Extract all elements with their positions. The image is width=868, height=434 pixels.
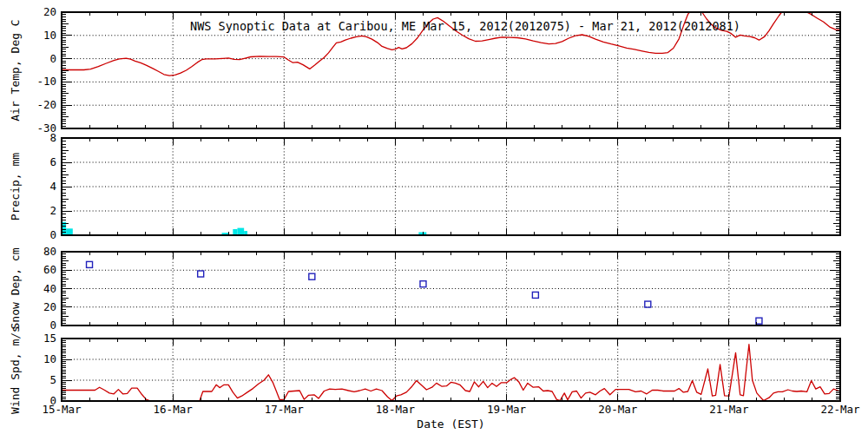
x-tick-label: 16-Mar bbox=[154, 403, 194, 416]
y-tick-label: 0 bbox=[49, 319, 56, 332]
x-axis-label: Date (EST) bbox=[417, 418, 484, 431]
precip-bar bbox=[66, 228, 73, 235]
y-tick-label: 8 bbox=[49, 131, 56, 144]
y-tick-label: 20 bbox=[43, 300, 56, 313]
y-tick-label: 10 bbox=[43, 29, 56, 42]
precip-bar bbox=[233, 229, 237, 235]
x-tick-label: 21-Mar bbox=[709, 403, 749, 416]
precip-bar bbox=[62, 222, 66, 235]
x-tick-label: 22-Mar bbox=[820, 403, 860, 416]
y-tick-label: 60 bbox=[43, 263, 56, 276]
y-tick-label: 4 bbox=[49, 180, 56, 193]
x-tick-label: 20-Mar bbox=[598, 403, 638, 416]
y-axis-label-air-temp: Air Temp, Deg C bbox=[9, 19, 22, 121]
y-tick-label: -10 bbox=[36, 75, 56, 88]
y-tick-label: 20 bbox=[43, 5, 56, 18]
y-tick-label: 5 bbox=[49, 373, 56, 386]
y-tick-label: 0 bbox=[49, 52, 56, 65]
y-axis-label-precip: Precip, mm bbox=[9, 153, 22, 220]
chart-title: NWS Synoptic Data at Caribou, ME Mar 15,… bbox=[190, 19, 740, 33]
x-tick-label: 18-Mar bbox=[376, 403, 416, 416]
y-tick-label: 2 bbox=[49, 204, 56, 217]
precip-bar bbox=[244, 231, 247, 235]
x-tick-label: 17-Mar bbox=[265, 403, 305, 416]
y-axis-label-wind-speed: Wind Spd, m/s bbox=[9, 326, 22, 414]
y-tick-label: 40 bbox=[43, 282, 56, 295]
y-tick-label: -20 bbox=[36, 98, 56, 111]
x-tick-label: 15-Mar bbox=[42, 403, 82, 416]
y-tick-label: 80 bbox=[43, 245, 56, 258]
y-axis-label-snow-depth: Snow Dep, cm bbox=[9, 247, 22, 329]
y-tick-label: 0 bbox=[49, 228, 56, 241]
x-tick-label: 19-Mar bbox=[487, 403, 527, 416]
y-tick-label: 15 bbox=[43, 332, 56, 345]
y-tick-label: 10 bbox=[43, 352, 56, 365]
y-tick-label: 6 bbox=[49, 155, 56, 168]
synoptic-weather-figure: -30-20-1001020Air Temp, Deg C02468Precip… bbox=[0, 0, 868, 434]
precip-bar bbox=[237, 228, 244, 235]
synoptic-chart-canvas: -30-20-1001020Air Temp, Deg C02468Precip… bbox=[0, 0, 868, 434]
